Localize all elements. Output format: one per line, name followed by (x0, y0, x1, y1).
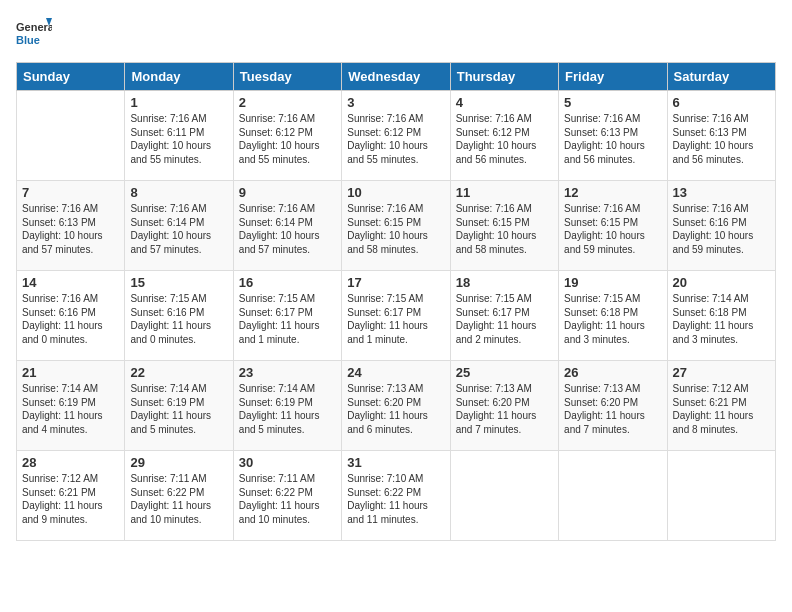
day-number: 29 (130, 455, 227, 470)
logo-svg: General Blue (16, 16, 52, 52)
day-info: Sunrise: 7:16 AM Sunset: 6:12 PM Dayligh… (239, 112, 336, 166)
calendar-cell: 14Sunrise: 7:16 AM Sunset: 6:16 PM Dayli… (17, 271, 125, 361)
day-number: 22 (130, 365, 227, 380)
calendar-cell (559, 451, 667, 541)
calendar-cell: 8Sunrise: 7:16 AM Sunset: 6:14 PM Daylig… (125, 181, 233, 271)
day-number: 15 (130, 275, 227, 290)
day-number: 16 (239, 275, 336, 290)
day-number: 5 (564, 95, 661, 110)
calendar-cell: 15Sunrise: 7:15 AM Sunset: 6:16 PM Dayli… (125, 271, 233, 361)
day-number: 28 (22, 455, 119, 470)
day-info: Sunrise: 7:10 AM Sunset: 6:22 PM Dayligh… (347, 472, 444, 526)
day-number: 27 (673, 365, 770, 380)
calendar-cell: 4Sunrise: 7:16 AM Sunset: 6:12 PM Daylig… (450, 91, 558, 181)
day-info: Sunrise: 7:16 AM Sunset: 6:16 PM Dayligh… (673, 202, 770, 256)
calendar-cell: 31Sunrise: 7:10 AM Sunset: 6:22 PM Dayli… (342, 451, 450, 541)
day-number: 18 (456, 275, 553, 290)
col-header-monday: Monday (125, 63, 233, 91)
day-info: Sunrise: 7:14 AM Sunset: 6:19 PM Dayligh… (239, 382, 336, 436)
day-number: 11 (456, 185, 553, 200)
day-number: 23 (239, 365, 336, 380)
calendar-cell (17, 91, 125, 181)
day-number: 10 (347, 185, 444, 200)
day-info: Sunrise: 7:11 AM Sunset: 6:22 PM Dayligh… (130, 472, 227, 526)
day-info: Sunrise: 7:16 AM Sunset: 6:14 PM Dayligh… (239, 202, 336, 256)
calendar-cell: 9Sunrise: 7:16 AM Sunset: 6:14 PM Daylig… (233, 181, 341, 271)
day-info: Sunrise: 7:15 AM Sunset: 6:17 PM Dayligh… (239, 292, 336, 346)
calendar-body: 1Sunrise: 7:16 AM Sunset: 6:11 PM Daylig… (17, 91, 776, 541)
day-number: 13 (673, 185, 770, 200)
calendar-cell (450, 451, 558, 541)
calendar-cell: 26Sunrise: 7:13 AM Sunset: 6:20 PM Dayli… (559, 361, 667, 451)
calendar-header-row: SundayMondayTuesdayWednesdayThursdayFrid… (17, 63, 776, 91)
day-number: 30 (239, 455, 336, 470)
day-info: Sunrise: 7:13 AM Sunset: 6:20 PM Dayligh… (456, 382, 553, 436)
day-number: 3 (347, 95, 444, 110)
calendar-cell: 12Sunrise: 7:16 AM Sunset: 6:15 PM Dayli… (559, 181, 667, 271)
calendar-week-2: 7Sunrise: 7:16 AM Sunset: 6:13 PM Daylig… (17, 181, 776, 271)
day-info: Sunrise: 7:16 AM Sunset: 6:12 PM Dayligh… (347, 112, 444, 166)
col-header-saturday: Saturday (667, 63, 775, 91)
day-info: Sunrise: 7:16 AM Sunset: 6:15 PM Dayligh… (456, 202, 553, 256)
calendar-cell: 19Sunrise: 7:15 AM Sunset: 6:18 PM Dayli… (559, 271, 667, 361)
col-header-wednesday: Wednesday (342, 63, 450, 91)
calendar-cell: 1Sunrise: 7:16 AM Sunset: 6:11 PM Daylig… (125, 91, 233, 181)
col-header-friday: Friday (559, 63, 667, 91)
calendar-cell: 13Sunrise: 7:16 AM Sunset: 6:16 PM Dayli… (667, 181, 775, 271)
day-number: 17 (347, 275, 444, 290)
day-number: 12 (564, 185, 661, 200)
day-info: Sunrise: 7:13 AM Sunset: 6:20 PM Dayligh… (564, 382, 661, 436)
day-info: Sunrise: 7:16 AM Sunset: 6:12 PM Dayligh… (456, 112, 553, 166)
day-info: Sunrise: 7:16 AM Sunset: 6:16 PM Dayligh… (22, 292, 119, 346)
col-header-sunday: Sunday (17, 63, 125, 91)
calendar-cell: 2Sunrise: 7:16 AM Sunset: 6:12 PM Daylig… (233, 91, 341, 181)
col-header-thursday: Thursday (450, 63, 558, 91)
calendar-cell: 18Sunrise: 7:15 AM Sunset: 6:17 PM Dayli… (450, 271, 558, 361)
col-header-tuesday: Tuesday (233, 63, 341, 91)
day-number: 4 (456, 95, 553, 110)
calendar-week-1: 1Sunrise: 7:16 AM Sunset: 6:11 PM Daylig… (17, 91, 776, 181)
day-info: Sunrise: 7:16 AM Sunset: 6:15 PM Dayligh… (347, 202, 444, 256)
calendar-cell: 6Sunrise: 7:16 AM Sunset: 6:13 PM Daylig… (667, 91, 775, 181)
day-info: Sunrise: 7:15 AM Sunset: 6:17 PM Dayligh… (347, 292, 444, 346)
page-header: General Blue (16, 16, 776, 52)
calendar-cell: 28Sunrise: 7:12 AM Sunset: 6:21 PM Dayli… (17, 451, 125, 541)
day-number: 6 (673, 95, 770, 110)
day-info: Sunrise: 7:16 AM Sunset: 6:13 PM Dayligh… (673, 112, 770, 166)
calendar-cell: 27Sunrise: 7:12 AM Sunset: 6:21 PM Dayli… (667, 361, 775, 451)
calendar-cell: 25Sunrise: 7:13 AM Sunset: 6:20 PM Dayli… (450, 361, 558, 451)
calendar-cell: 29Sunrise: 7:11 AM Sunset: 6:22 PM Dayli… (125, 451, 233, 541)
calendar-cell: 24Sunrise: 7:13 AM Sunset: 6:20 PM Dayli… (342, 361, 450, 451)
calendar-cell: 10Sunrise: 7:16 AM Sunset: 6:15 PM Dayli… (342, 181, 450, 271)
calendar-cell: 21Sunrise: 7:14 AM Sunset: 6:19 PM Dayli… (17, 361, 125, 451)
calendar-week-4: 21Sunrise: 7:14 AM Sunset: 6:19 PM Dayli… (17, 361, 776, 451)
day-info: Sunrise: 7:15 AM Sunset: 6:18 PM Dayligh… (564, 292, 661, 346)
day-number: 24 (347, 365, 444, 380)
calendar-week-5: 28Sunrise: 7:12 AM Sunset: 6:21 PM Dayli… (17, 451, 776, 541)
calendar-cell: 30Sunrise: 7:11 AM Sunset: 6:22 PM Dayli… (233, 451, 341, 541)
day-info: Sunrise: 7:13 AM Sunset: 6:20 PM Dayligh… (347, 382, 444, 436)
calendar-week-3: 14Sunrise: 7:16 AM Sunset: 6:16 PM Dayli… (17, 271, 776, 361)
day-number: 14 (22, 275, 119, 290)
day-number: 7 (22, 185, 119, 200)
day-info: Sunrise: 7:12 AM Sunset: 6:21 PM Dayligh… (673, 382, 770, 436)
day-number: 19 (564, 275, 661, 290)
calendar-cell: 23Sunrise: 7:14 AM Sunset: 6:19 PM Dayli… (233, 361, 341, 451)
calendar-cell: 11Sunrise: 7:16 AM Sunset: 6:15 PM Dayli… (450, 181, 558, 271)
calendar-table: SundayMondayTuesdayWednesdayThursdayFrid… (16, 62, 776, 541)
day-number: 25 (456, 365, 553, 380)
logo: General Blue (16, 16, 52, 52)
day-number: 8 (130, 185, 227, 200)
svg-text:Blue: Blue (16, 34, 40, 46)
day-info: Sunrise: 7:15 AM Sunset: 6:16 PM Dayligh… (130, 292, 227, 346)
day-info: Sunrise: 7:12 AM Sunset: 6:21 PM Dayligh… (22, 472, 119, 526)
calendar-cell: 22Sunrise: 7:14 AM Sunset: 6:19 PM Dayli… (125, 361, 233, 451)
day-info: Sunrise: 7:16 AM Sunset: 6:13 PM Dayligh… (22, 202, 119, 256)
day-info: Sunrise: 7:16 AM Sunset: 6:13 PM Dayligh… (564, 112, 661, 166)
calendar-cell: 5Sunrise: 7:16 AM Sunset: 6:13 PM Daylig… (559, 91, 667, 181)
calendar-cell: 3Sunrise: 7:16 AM Sunset: 6:12 PM Daylig… (342, 91, 450, 181)
calendar-cell: 20Sunrise: 7:14 AM Sunset: 6:18 PM Dayli… (667, 271, 775, 361)
calendar-cell: 7Sunrise: 7:16 AM Sunset: 6:13 PM Daylig… (17, 181, 125, 271)
calendar-cell (667, 451, 775, 541)
day-number: 1 (130, 95, 227, 110)
